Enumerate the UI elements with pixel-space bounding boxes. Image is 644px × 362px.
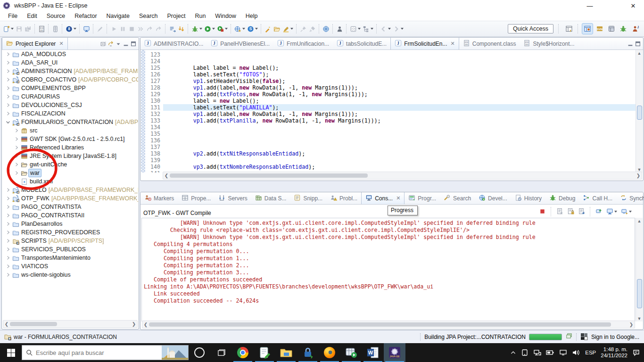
pin-console-button[interactable] <box>594 206 603 216</box>
scroll-up-icon[interactable]: ▲ <box>636 218 643 224</box>
javaee-perspective-button[interactable] <box>582 23 593 34</box>
link-with-editor-button[interactable] <box>107 41 114 47</box>
editor-tab-frmunificacion-[interactable]: JFrmUnificacion... <box>273 38 333 49</box>
menu-file[interactable]: File <box>4 12 22 20</box>
highlight-button[interactable] <box>281 24 294 34</box>
chevron-right-icon[interactable] <box>4 94 12 99</box>
explorer-horizontal-scrollbar[interactable]: ❮ ❯ <box>3 320 138 328</box>
view-tab-progr-[interactable]: Progr... <box>405 192 440 204</box>
code-line-129[interactable]: 129 vp1.add(txtFotos,new RowData(1, -1, … <box>145 91 636 98</box>
chevron-right-icon[interactable] <box>4 247 12 252</box>
language-indicator[interactable]: ESP <box>585 350 596 355</box>
editor-tab-tabssolicitude-[interactable]: JtabsSolicitudE... <box>333 38 390 49</box>
clear-console-button[interactable] <box>577 206 586 216</box>
console-horizontal-scrollbar[interactable]: ❮ ❯ <box>142 321 635 329</box>
scroll-left-icon[interactable]: ❮ <box>142 322 149 327</box>
code-line-135[interactable]: 135 <box>145 131 636 137</box>
user-assistance-button[interactable] <box>335 24 344 34</box>
gwt-compile-button[interactable]: S <box>246 24 259 34</box>
taskbar-app-chrome[interactable] <box>232 343 254 362</box>
scroll-left-icon[interactable]: ❮ <box>3 321 10 327</box>
quick-access-box[interactable]: Quick Access <box>508 24 553 33</box>
code-line-123[interactable]: 123 <box>145 51 636 58</box>
menu-window[interactable]: Window <box>211 12 240 20</box>
tree-item-pago-contratistaii[interactable]: PAGO_CONTRATISTAII <box>2 211 138 220</box>
display-icon[interactable] <box>559 349 567 356</box>
battery-icon[interactable] <box>546 349 554 356</box>
tree-item-referenced-libraries[interactable]: Referenced Libraries <box>2 143 138 152</box>
tree-item-jre-system-library-javase-1-8-[interactable]: JRE System Library [JavaSE-1.8] <box>2 152 138 160</box>
chevron-right-icon[interactable] <box>4 102 12 108</box>
chevron-right-icon[interactable] <box>4 230 12 235</box>
server-tools-button[interactable] <box>51 24 60 34</box>
scroll-up-icon[interactable]: ▲ <box>636 50 643 56</box>
view-tab-servers[interactable]: Servers <box>215 192 251 204</box>
scroll-down-icon[interactable]: ▼ <box>636 315 643 321</box>
chevron-right-icon[interactable] <box>4 238 12 244</box>
view-tab-devel-[interactable]: Devel... <box>475 192 511 204</box>
tree-item-gwt-sdk-gwt-2-5-0-rc1-2-5-0-rc1-[interactable]: GWT SDK [Gwt-2.5.0.rc1 - 2.5.0.rc1] <box>2 135 138 143</box>
terminate-button[interactable] <box>538 206 547 216</box>
chevron-right-icon[interactable] <box>13 128 20 133</box>
code-line-130[interactable]: 130 label = new Label(); <box>145 98 636 104</box>
tree-item-scripts[interactable]: ✱SCRIPTS[ADA/BPP/SCRIPTS] <box>2 237 138 245</box>
close-icon[interactable]: ✕ <box>59 41 63 47</box>
tree-item-servicios-publicos[interactable]: SERVICIOS_PUBLICOS <box>2 245 138 254</box>
chevron-right-icon[interactable] <box>4 85 12 91</box>
menu-navigate[interactable]: Navigate <box>102 12 134 20</box>
chevron-right-icon[interactable] <box>13 145 20 150</box>
run-button[interactable] <box>203 24 216 34</box>
tree-item-complementos-bpp[interactable]: COMPLEMENTOS_BPP <box>2 84 138 92</box>
code-line-128[interactable]: 128 vp1.add(label,new RowData(1, -1, new… <box>145 84 636 91</box>
speaker-icon[interactable] <box>572 349 580 356</box>
tree-item-curadurias[interactable]: CURADURIAS <box>2 92 138 101</box>
chevron-right-icon[interactable] <box>4 213 12 218</box>
menu-refactor[interactable]: Refactor <box>70 12 101 20</box>
chevron-right-icon[interactable] <box>13 136 20 142</box>
scrollbar-thumb[interactable] <box>10 322 57 326</box>
action-center-icon[interactable] <box>632 349 640 356</box>
tree-item-viaticos[interactable]: VIATICOS <box>2 262 138 271</box>
chevron-right-icon[interactable] <box>13 153 20 159</box>
blue-8-ball-button[interactable]: 8 <box>65 24 77 34</box>
tree-item-administracion[interactable]: ✱ADMINISTRACION[ADA/BPP/BASE_FRAMEW <box>2 67 138 75</box>
scrollbar-thumb[interactable] <box>149 322 611 327</box>
code-line-138[interactable]: 138 vp2.add(txtNitResponsableEntidad); <box>145 150 636 157</box>
editor-tab-frmsolicituden-[interactable]: JFrmSolicitudEn...✕ <box>390 38 459 49</box>
chevron-right-icon[interactable] <box>4 272 12 278</box>
menu-help[interactable]: Help <box>241 12 262 20</box>
menu-source[interactable]: Source <box>42 12 70 20</box>
tree-item-ada-modulos[interactable]: ADA_MODULOS <box>2 50 138 58</box>
taskbar-app-word[interactable]: W <box>362 343 384 362</box>
fetch-button[interactable] <box>177 24 186 34</box>
view-tab-history[interactable]: History <box>511 192 545 204</box>
debug-perspective-button[interactable] <box>618 24 628 34</box>
tree-item-build-xml[interactable]: xbuild.xml <box>2 177 138 186</box>
tablet-icon[interactable] <box>521 349 528 356</box>
code-line-124[interactable]: 124 <box>145 58 636 65</box>
background-jobs-icon[interactable] <box>565 333 573 341</box>
scrollbar-thumb[interactable] <box>637 106 642 120</box>
tree-item-src[interactable]: src <box>2 126 138 135</box>
editor-tab-panelhvbienesel-[interactable]: JPanelHVBienesEl... <box>207 38 273 49</box>
tray-expand-icon[interactable] <box>510 350 516 356</box>
open-resource-button[interactable] <box>272 24 281 34</box>
minimize-button[interactable] <box>123 41 129 47</box>
view-tab-debug[interactable]: Debug <box>545 192 579 204</box>
code-editor[interactable]: 123124125 Label label = new Label();126 … <box>141 50 636 173</box>
view-tab-markers[interactable]: Markers <box>140 192 178 204</box>
open-perspective-button[interactable] <box>564 24 574 34</box>
tree-item-plandesarrollos[interactable]: PlanDesarrollos <box>2 220 138 228</box>
console-vertical-scrollbar[interactable]: ▲ ▼ <box>636 218 643 321</box>
tree-item-transportesmantenimiento[interactable]: TransportesMantenimiento <box>2 254 138 262</box>
code-line-133[interactable]: 133 vp1.add(txtPlanilla, new RowData(1, … <box>145 117 636 124</box>
chevron-right-icon[interactable] <box>4 111 12 116</box>
view-tab-cons-[interactable]: Cons...✕ <box>361 192 405 204</box>
tree-item-war[interactable]: war <box>2 169 138 177</box>
view-tab-call-h-[interactable]: Call H... <box>579 192 616 204</box>
console-output[interactable]: [WARN] Unknown type 'com.extjs.gxt.ui.cl… <box>141 218 635 321</box>
menu-project[interactable]: Project <box>163 12 190 20</box>
start-button[interactable] <box>0 343 22 362</box>
binary-file-button[interactable]: 010101 <box>37 24 46 34</box>
display-console-button[interactable] <box>605 206 618 216</box>
